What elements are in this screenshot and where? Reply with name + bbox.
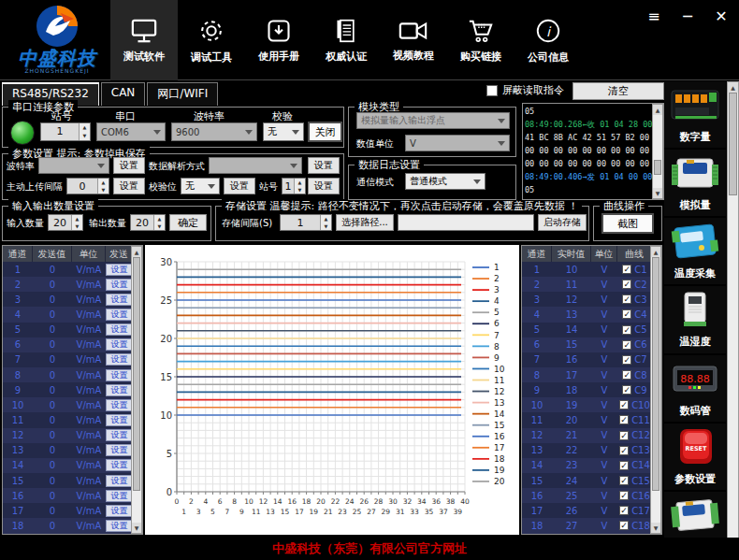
io-confirm-button[interactable]: 确定 — [169, 214, 207, 231]
curve-checkbox[interactable]: ✓ — [619, 431, 629, 440]
parse-mode-combo[interactable] — [209, 157, 302, 174]
output-count-spinner[interactable]: 20▲▼ — [130, 214, 166, 231]
curve-checkbox[interactable]: ✓ — [619, 521, 629, 530]
curve-checkbox[interactable]: ✓ — [619, 446, 629, 455]
station-spinner[interactable]: 1▲▼ — [40, 122, 91, 141]
channel-set-button[interactable]: 设置 — [106, 505, 133, 517]
curve-checkbox[interactable]: ✓ — [622, 355, 631, 365]
param-station-set-button[interactable]: 设置 — [308, 178, 340, 194]
curve-name: C18 — [631, 521, 650, 531]
clear-log-button[interactable]: 清空 — [572, 82, 664, 100]
channel-set-button[interactable]: 设置 — [106, 338, 133, 351]
channel-set-button[interactable]: 设置 — [106, 444, 133, 456]
realtime-table-row: 514V✓C5 — [522, 323, 661, 337]
tab-2[interactable]: 网口/WIFI — [147, 82, 218, 106]
curve-checkbox[interactable]: ✓ — [622, 265, 631, 274]
param-station-spinner[interactable]: 1▲▼ — [282, 178, 306, 194]
sidebar-item-digital[interactable]: 数字量 — [664, 81, 726, 150]
input-count-spinner[interactable]: 20▲▼ — [48, 214, 83, 231]
curve-checkbox[interactable]: ✓ — [622, 325, 631, 335]
curve-checkbox[interactable]: ✓ — [622, 280, 631, 289]
channel-set-button[interactable]: 设置 — [106, 294, 133, 306]
channel-set-button[interactable]: 设置 — [106, 323, 133, 336]
choose-path-button[interactable]: 选择路径... — [336, 214, 394, 231]
send-table-scrollbar[interactable]: ▲ ▼ — [131, 246, 142, 534]
curve-checkbox[interactable]: ✓ — [619, 476, 629, 485]
toolbar-item-test-software[interactable]: 测试软件 — [110, 0, 178, 80]
curve-checkbox[interactable]: ✓ — [619, 461, 629, 470]
module-type-combo[interactable]: 模拟量输入输出浮点 — [356, 112, 510, 129]
parity-combo[interactable]: 无 — [263, 122, 304, 141]
start-storage-button[interactable]: 启动存储 — [538, 214, 587, 231]
company-website-link[interactable]: 中盛科技（东莞）有限公司官方网址 — [272, 540, 467, 557]
param-baud-combo[interactable] — [38, 157, 109, 174]
channel-set-button[interactable]: 设置 — [106, 399, 133, 411]
sidebar-scrollbar[interactable]: ▲ ▼ — [727, 81, 739, 560]
channel-set-button[interactable]: 设置 — [106, 490, 133, 502]
menu-icon[interactable]: ≡ — [644, 7, 664, 26]
sidebar-item-display[interactable]: 88.88数码管 — [664, 355, 726, 424]
channel-set-button[interactable]: 设置 — [106, 475, 133, 487]
channel-set-button[interactable]: 设置 — [106, 369, 133, 381]
close-icon[interactable]: ✕ — [711, 7, 732, 26]
comm-log-panel[interactable]: 0508:49:00.268←收 01 04 28 00 EB 02 0B41 … — [522, 103, 664, 200]
upload-interval-set-button[interactable]: 设置 — [113, 178, 145, 194]
svg-text:30: 30 — [388, 497, 398, 506]
channel-set-button[interactable]: 设置 — [106, 429, 133, 441]
curve-checkbox[interactable]: ✓ — [619, 400, 629, 409]
toolbar-item-certification[interactable]: 权威认证 — [312, 0, 380, 80]
toolbar-item-company-info[interactable]: i公司信息 — [514, 0, 582, 80]
channel-set-button[interactable]: 设置 — [106, 459, 133, 471]
param-parity-set-button[interactable]: 设置 — [224, 178, 255, 194]
storage-interval-spinner[interactable]: 1▲▼ — [280, 214, 332, 231]
display-module-image: 88.88 — [668, 359, 722, 402]
curve-checkbox[interactable]: ✓ — [622, 340, 631, 350]
param-baud-set-button[interactable]: 设置 — [113, 157, 145, 174]
toolbar-item-purchase-link[interactable]: 购买链接 — [447, 0, 514, 80]
channel-set-button[interactable]: 设置 — [106, 309, 133, 321]
curve-checkbox[interactable]: ✓ — [622, 370, 631, 380]
sidebar-item-humidity[interactable]: 温湿度 — [664, 286, 726, 354]
param-parity-combo[interactable]: 无 — [181, 178, 220, 194]
screenshot-button[interactable]: 截图 — [601, 213, 654, 234]
storage-path-field[interactable] — [398, 214, 534, 231]
close-port-button[interactable]: 关闭 — [308, 122, 342, 142]
channel-set-button[interactable]: 设置 — [106, 520, 133, 532]
realtime-table-scrollbar[interactable]: ▲ ▼ — [650, 246, 661, 534]
channel-set-button[interactable]: 设置 — [106, 279, 133, 291]
curve-checkbox[interactable]: ✓ — [619, 491, 629, 500]
baud-combo[interactable]: 9600 — [171, 122, 257, 141]
sidebar-item-params[interactable]: RESET参数设置 — [664, 424, 726, 492]
toolbar-item-video-tutorial[interactable]: 视频教程 — [380, 0, 447, 80]
channel-set-button[interactable]: 设置 — [106, 264, 133, 276]
mask-read-checkbox[interactable] — [486, 85, 498, 96]
curve-checkbox[interactable]: ✓ — [622, 309, 631, 319]
realtime-table-header: 通道实时值单位曲线 — [522, 246, 661, 262]
channel-set-button[interactable]: 设置 — [106, 384, 133, 396]
module-sidebar: 数字量模拟量温度采集温湿度88.88数码管RESET参数设置脉冲频率 — [664, 81, 726, 560]
upload-interval-label: 主动上传间隔 — [7, 180, 63, 194]
comm-mode-combo[interactable]: 普通模式 — [405, 173, 485, 190]
channel-set-button[interactable]: 设置 — [106, 353, 133, 366]
svg-text:25: 25 — [353, 508, 362, 516]
log-scrollbar[interactable]: ▲ ▼ — [652, 104, 663, 199]
minimize-icon[interactable]: ─ — [677, 7, 698, 26]
curve-checkbox[interactable]: ✓ — [619, 506, 629, 515]
tab-1[interactable]: CAN — [101, 82, 146, 106]
column-header: 单位 — [72, 246, 106, 262]
unit-combo[interactable]: V — [405, 135, 510, 151]
sidebar-item-temp[interactable]: 温度采集 — [664, 218, 726, 286]
toolbar-item-debug-tools[interactable]: 调试工具 — [178, 0, 245, 80]
parse-mode-set-button[interactable]: 设置 — [308, 157, 340, 174]
curve-checkbox[interactable]: ✓ — [619, 415, 629, 424]
toolbar-item-user-manual[interactable]: 使用手册 — [245, 0, 312, 80]
port-combo[interactable]: COM6 — [96, 122, 166, 141]
realtime-table-row: 1524V✓C15 — [522, 473, 661, 488]
channel-set-button[interactable]: 设置 — [106, 414, 133, 426]
upload-interval-spinner[interactable]: 0▲▼ — [66, 178, 109, 194]
curve-checkbox[interactable]: ✓ — [622, 385, 631, 395]
svg-text:35: 35 — [425, 508, 434, 516]
sidebar-item-analog[interactable]: 模拟量 — [664, 150, 726, 218]
svg-text:4: 4 — [494, 296, 500, 306]
curve-checkbox[interactable]: ✓ — [622, 294, 631, 304]
